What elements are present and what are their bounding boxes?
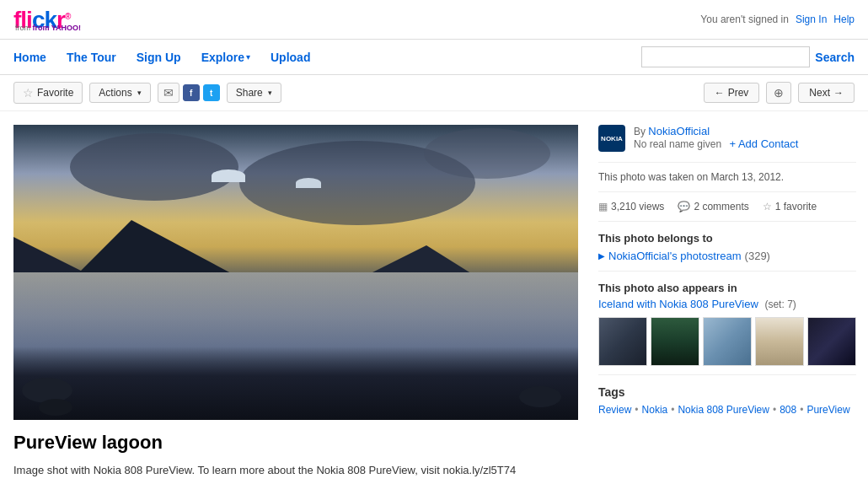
logo-area: flickr® from from YAHOO! — [13, 7, 81, 32]
favorites-count: 1 favorite — [775, 201, 817, 212]
nav-explore-wrap: Explore ▾ — [201, 51, 250, 64]
twitter-icon[interactable]: t — [203, 84, 220, 101]
avatar: NOKIA — [598, 125, 625, 152]
photo-scene — [13, 125, 578, 420]
tag-nokia[interactable]: Nokia — [642, 404, 668, 416]
zoom-button[interactable]: ⊕ — [766, 82, 791, 104]
photostream-count: (329) — [745, 250, 770, 262]
rock-3 — [519, 386, 561, 407]
set-link[interactable]: Iceland with Nokia 808 PureView — [598, 298, 761, 310]
add-contact-link[interactable]: + Add Contact — [729, 137, 798, 150]
prev-next-area: ← Prev ⊕ Next → — [704, 82, 855, 104]
photostream-label: NokiaOfficial's photostream — [608, 250, 742, 262]
thumbnail-2[interactable] — [651, 317, 699, 366]
toolbar: ☆ Favorite Actions ▾ ✉ f t Share ▾ ← Pre… — [0, 75, 868, 111]
divider-2 — [598, 191, 856, 192]
search-input[interactable] — [641, 46, 810, 67]
comments-stat: 💬 2 comments — [678, 201, 748, 212]
thumbnail-1[interactable] — [598, 317, 647, 366]
divider-1 — [598, 162, 856, 163]
cloud-1 — [70, 133, 238, 201]
nav-the-tour[interactable]: The Tour — [67, 51, 116, 64]
search-area: Search — [641, 46, 855, 67]
bullet-3: • — [773, 404, 776, 416]
actions-button[interactable]: Actions ▾ — [89, 83, 150, 103]
social-share-area: ✉ f t — [158, 83, 220, 103]
next-button[interactable]: Next → — [798, 83, 855, 103]
no-real-name: No real name given — [634, 138, 721, 150]
email-icon[interactable]: ✉ — [158, 83, 179, 103]
tag-nokia-808-pureview[interactable]: Nokia 808 PureView — [678, 404, 769, 416]
thumbnail-3[interactable] — [703, 317, 752, 366]
ice-1 — [212, 169, 245, 182]
nav-sign-up[interactable]: Sign Up — [137, 51, 181, 64]
thumbnail-4[interactable] — [755, 317, 804, 366]
comments-count: 2 comments — [694, 201, 748, 212]
next-arrow-icon: → — [833, 87, 844, 99]
share-button[interactable]: Share ▾ — [227, 83, 281, 103]
help-link[interactable]: Help — [833, 13, 855, 25]
tags-section: Tags Review • Nokia • Nokia 808 PureView… — [598, 385, 856, 416]
right-column: NOKIA By NokiaOfficial No real name give… — [578, 125, 856, 479]
nav-upload[interactable]: Upload — [271, 51, 310, 64]
belongs-title: This photo belongs to — [598, 232, 856, 245]
views-count: 3,210 views — [611, 201, 664, 212]
divider-5 — [598, 374, 856, 375]
by-label: By — [634, 126, 646, 137]
prev-label: Prev — [728, 87, 749, 99]
favorites-icon: ☆ — [763, 201, 772, 212]
favorites-stat: ☆ 1 favorite — [763, 201, 817, 212]
next-label: Next — [809, 87, 830, 99]
nav-bar: Home The Tour Sign Up Explore ▾ Upload S… — [0, 40, 868, 75]
share-arrow-icon: ▾ — [268, 89, 272, 97]
bullet-2: • — [671, 404, 674, 416]
photostream-link[interactable]: ▶ NokiaOfficial's photostream (329) — [598, 250, 856, 262]
divider-4 — [598, 271, 856, 272]
photo-stats: ▦ 3,210 views 💬 2 comments ☆ 1 favorite — [598, 201, 856, 212]
actions-label: Actions — [99, 87, 131, 99]
thumbnail-5[interactable] — [807, 317, 856, 366]
favorite-button[interactable]: ☆ Favorite — [13, 82, 83, 104]
views-icon: ▦ — [598, 201, 608, 212]
photo-title: PureView lagoon — [13, 432, 578, 454]
tag-pureview[interactable]: PureView — [806, 404, 849, 416]
left-column: PureView lagoon Image shot with Nokia 80… — [13, 125, 578, 479]
star-icon: ☆ — [23, 86, 34, 99]
set-label: Iceland with Nokia 808 PureView — [598, 298, 758, 310]
nav-explore[interactable]: Explore — [201, 51, 244, 64]
ice-2 — [296, 178, 321, 188]
prev-arrow-icon: ← — [715, 87, 725, 99]
nav-home[interactable]: Home — [13, 51, 46, 64]
actions-arrow-icon: ▾ — [137, 89, 142, 97]
photo-date: This photo was taken on March 13, 2012. — [598, 171, 856, 183]
bullet-1: • — [635, 404, 638, 416]
comments-icon: 💬 — [678, 201, 690, 212]
views-stat: ▦ 3,210 views — [598, 201, 664, 212]
auth-area: You aren't signed in Sign In Help — [700, 13, 855, 25]
auth-text: You aren't signed in — [700, 13, 789, 25]
facebook-icon[interactable]: f — [183, 84, 200, 101]
explore-dropdown-arrow[interactable]: ▾ — [246, 52, 250, 62]
share-label: Share — [236, 87, 263, 99]
tag-review[interactable]: Review — [598, 404, 631, 416]
set-count: (set: 7) — [764, 298, 796, 310]
search-button[interactable]: Search — [815, 51, 855, 64]
yahoo-text: from from YAHOO! — [15, 24, 81, 32]
favorite-label: Favorite — [37, 87, 73, 99]
main-content: PureView lagoon Image shot with Nokia 80… — [0, 111, 868, 484]
rocks — [13, 331, 578, 420]
bullet-4: • — [800, 404, 803, 416]
tags-list: Review • Nokia • Nokia 808 PureView • 80… — [598, 404, 856, 416]
header: flickr® from from YAHOO! You aren't sign… — [0, 0, 868, 40]
photostream-arrow-icon: ▶ — [598, 251, 605, 261]
tags-title: Tags — [598, 385, 856, 399]
rock-2 — [39, 399, 72, 416]
main-photo — [13, 125, 578, 420]
author-link[interactable]: NokiaOfficial — [648, 125, 710, 137]
sign-in-link[interactable]: Sign In — [796, 13, 827, 25]
author-info: By NokiaOfficial No real name given + Ad… — [634, 125, 798, 150]
author-area: NOKIA By NokiaOfficial No real name give… — [598, 125, 856, 152]
prev-button[interactable]: ← Prev — [704, 83, 760, 103]
tag-808[interactable]: 808 — [780, 404, 796, 416]
also-appears-title: This photo also appears in — [598, 282, 856, 294]
